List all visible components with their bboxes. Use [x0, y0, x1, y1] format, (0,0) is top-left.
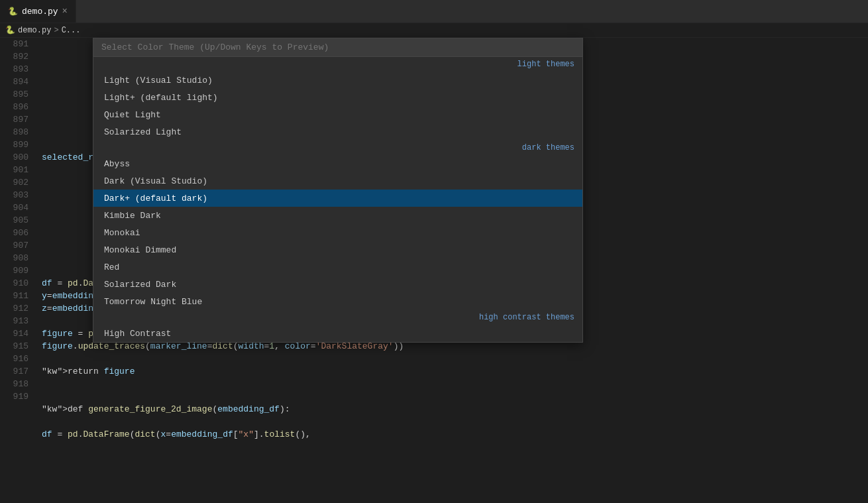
theme-list-item[interactable]: Light+ (default light) — [93, 89, 582, 106]
theme-item-name: Red — [104, 262, 119, 272]
theme-item-name: Light+ (default light) — [104, 93, 218, 103]
code-line — [42, 353, 868, 365]
theme-list-item[interactable]: Monokai Dimmed — [93, 241, 582, 258]
code-line: "kw">return figure — [42, 365, 868, 378]
theme-list: light themesLight (Visual Studio)Light+ … — [93, 57, 582, 342]
theme-list-item[interactable]: Dark (Visual Studio) — [93, 172, 582, 190]
active-tab[interactable]: 🐍 demo.py × — [0, 0, 76, 23]
theme-section-label: dark themes — [522, 143, 574, 152]
theme-item-name: Light (Visual Studio) — [104, 76, 213, 85]
theme-picker[interactable]: light themesLight (Visual Studio)Light+ … — [93, 38, 583, 343]
code-line — [42, 390, 868, 403]
line-numbers: 8918928938948958968978988999009019029039… — [0, 38, 36, 503]
theme-item-name: Monokai — [104, 228, 140, 238]
theme-list-item[interactable]: Solarized Dark — [93, 276, 582, 293]
theme-list-item[interactable]: Dark+ (default dark) — [93, 190, 582, 207]
tab-file-icon: 🐍 — [8, 7, 18, 17]
code-line — [42, 416, 868, 428]
theme-item-name: Solarized Light — [104, 127, 182, 137]
theme-item-name: Kimbie Dark — [104, 211, 161, 221]
breadcrumb-separator: > — [54, 26, 58, 35]
theme-list-item[interactable]: Solarized Light — [93, 123, 582, 140]
theme-section-header: light themes — [93, 57, 582, 72]
theme-section-label: light themes — [517, 60, 574, 69]
breadcrumb: 🐍 demo.py > C... — [0, 23, 868, 38]
tab-label: demo.py — [22, 7, 58, 17]
tab-bar: 🐍 demo.py × — [0, 0, 868, 23]
code-line: "kw">def generate_figure_2d_image(embedd… — [42, 403, 868, 416]
theme-list-item[interactable]: Abyss — [93, 155, 582, 172]
theme-list-item[interactable]: High Contrast — [93, 325, 582, 342]
theme-item-name: Tomorrow Night Blue — [104, 297, 202, 307]
theme-item-name: High Contrast — [104, 329, 171, 339]
theme-list-item[interactable]: Monokai — [93, 224, 582, 241]
code-line: df = pd.DataFrame(dict(x=embedding_df["x… — [42, 428, 868, 441]
theme-section-header: high contrast themes — [93, 310, 582, 325]
code-line — [42, 378, 868, 390]
breadcrumb-icon: 🐍 — [5, 25, 15, 35]
theme-list-item[interactable]: Red — [93, 258, 582, 276]
theme-item-name: Dark (Visual Studio) — [104, 176, 207, 186]
theme-list-item[interactable]: Light (Visual Studio) — [93, 72, 582, 89]
theme-item-name: Quiet Light — [104, 110, 161, 120]
theme-list-item[interactable]: Tomorrow Night Blue — [93, 293, 582, 310]
breadcrumb-symbol: C... — [62, 26, 81, 35]
tab-close-button[interactable]: × — [62, 6, 68, 17]
theme-section-label: high contrast themes — [479, 313, 574, 322]
theme-item-name: Dark+ (default dark) — [104, 194, 207, 203]
theme-list-item[interactable]: Kimbie Dark — [93, 207, 582, 224]
theme-list-item[interactable]: Quiet Light — [93, 106, 582, 123]
theme-item-name: Monokai Dimmed — [104, 245, 176, 255]
theme-section-header: dark themes — [93, 140, 582, 155]
theme-item-name: Abyss — [104, 159, 130, 169]
theme-item-name: Solarized Dark — [104, 280, 176, 290]
theme-search-input[interactable] — [93, 38, 582, 57]
breadcrumb-file[interactable]: demo.py — [18, 26, 51, 35]
